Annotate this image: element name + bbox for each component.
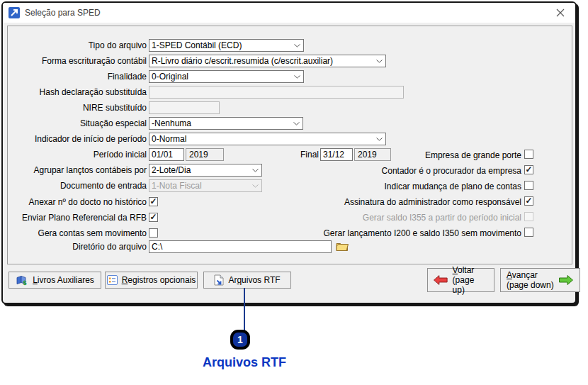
arrow-right-icon xyxy=(559,275,573,285)
arquivos-rtf-button[interactable]: Arquivos RTF xyxy=(203,272,291,289)
periodo-inicial-dia-input[interactable]: 01/01 xyxy=(149,148,184,161)
enviar-plano-label: Enviar Plano Referencial da RFB xyxy=(5,213,147,223)
chevron-down-icon xyxy=(376,138,383,141)
sped-dialog: Seleção para SPED Tipo do arquivo 1-SPED… xyxy=(1,1,577,304)
gerar-saldo-i355-label: Gerar saldo I355 a partir do período ini… xyxy=(307,213,521,223)
finalidade-value: 0-Original xyxy=(152,72,188,82)
dialog-titlebar: Seleção para SPED xyxy=(3,3,575,23)
periodo-inicial-ano-value: 2019 xyxy=(189,150,208,160)
avancar-label: Avançar (page down) xyxy=(507,270,554,290)
finalidade-select[interactable]: 0-Original xyxy=(149,70,304,83)
assinatura-administrador-label: Assinatura do administrador como respons… xyxy=(307,197,521,208)
gera-contas-label: Gera contas sem movimento xyxy=(5,228,147,239)
folder-icon xyxy=(336,241,349,252)
diretorio-value: C:\ xyxy=(152,242,162,252)
svg-text:$: $ xyxy=(23,279,27,286)
chevron-down-icon xyxy=(294,75,300,79)
anexar-docto-label: Anexar nº do docto no histórico xyxy=(5,197,147,208)
agrupar-lanctos-label: Agrupar lançtos contábeis por xyxy=(5,165,147,176)
indicar-mudanca-checkbox[interactable] xyxy=(524,181,533,190)
app-icon xyxy=(9,7,20,18)
hash-declaracao-label: Hash declaração substituída xyxy=(5,87,147,98)
contador-procurador-label: Contador é o procurador da empresa xyxy=(307,166,521,177)
situacao-especial-value: -Nenhuma xyxy=(152,118,191,128)
voltar-button[interactable]: Voltar (page up) xyxy=(427,268,494,292)
situacao-especial-label: Situação especial xyxy=(5,118,147,129)
nire-label: NIRE substituído xyxy=(5,103,147,113)
enviar-plano-checkbox[interactable]: ✓ xyxy=(149,213,158,222)
chevron-down-icon xyxy=(294,44,300,48)
gera-contas-checkbox[interactable] xyxy=(149,228,158,238)
situacao-especial-select[interactable]: -Nenhuma xyxy=(149,117,303,130)
diretorio-input[interactable]: C:\ xyxy=(149,240,332,253)
assinatura-administrador-checkbox[interactable]: ✓ xyxy=(524,196,533,206)
nire-input xyxy=(149,101,220,114)
indicador-inicio-select[interactable]: 0-Normal xyxy=(149,133,386,145)
close-icon xyxy=(556,9,565,17)
gerar-lancamento-i200-label: Gerar lançamento I200 e saldo I350 sem m… xyxy=(307,228,521,239)
chevron-down-icon xyxy=(252,184,259,188)
avancar-button[interactable]: Avançar (page down) xyxy=(500,268,580,292)
checkmark: ✓ xyxy=(149,213,157,221)
voltar-label: Voltar (page up) xyxy=(453,265,488,295)
dialog-title: Seleção para SPED xyxy=(25,8,101,18)
checkmark: ✓ xyxy=(149,198,157,205)
chevron-down-icon xyxy=(376,60,383,63)
periodo-inicial-ano-input[interactable]: 2019 xyxy=(186,148,224,161)
livros-auxiliares-button[interactable]: $ Livros Auxiliares xyxy=(9,272,101,289)
periodo-inicial-dia-value: 01/01 xyxy=(152,150,173,160)
checkmark: ✓ xyxy=(525,197,532,204)
documento-entrada-label: Documento de entrada xyxy=(5,181,147,191)
diretorio-label: Diretório do arquivo xyxy=(5,242,147,252)
close-button[interactable] xyxy=(553,6,568,20)
gerar-saldo-i355-checkbox xyxy=(524,212,533,221)
finalidade-label: Finalidade xyxy=(5,72,147,82)
callout-line xyxy=(244,288,245,332)
tipo-do-arquivo-label: Tipo do arquivo xyxy=(5,40,147,51)
forma-escrituracao-label: Forma escrituração contábil xyxy=(5,56,147,67)
annotation-step-number: 1 xyxy=(237,334,243,345)
document-icon xyxy=(214,274,224,286)
forma-escrituracao-select[interactable]: R-Livro diário c/escrit.resumida (c/escr… xyxy=(149,55,386,67)
list-icon xyxy=(107,275,118,285)
annotation-label: Arquivos RTF xyxy=(174,355,315,370)
agrupar-lanctos-select[interactable]: 2-Lote/Dia xyxy=(149,164,262,177)
anexar-docto-checkbox[interactable]: ✓ xyxy=(149,197,158,206)
empresa-grande-porte-label: Empresa de grande porte xyxy=(307,150,521,161)
chevron-down-icon xyxy=(252,169,259,172)
tipo-do-arquivo-value: 1-SPED Contábil (ECD) xyxy=(152,40,242,50)
checkmark: ✓ xyxy=(525,166,532,173)
agrupar-lanctos-value: 2-Lote/Dia xyxy=(152,165,191,175)
books-icon: $ xyxy=(16,275,28,286)
forma-escrituracao-value: R-Livro diário c/escrit.resumida (c/escr… xyxy=(152,56,333,66)
gerar-lancamento-i200-checkbox[interactable] xyxy=(524,228,533,237)
arrow-left-icon xyxy=(434,275,448,285)
empresa-grande-porte-checkbox[interactable] xyxy=(524,150,533,159)
documento-entrada-value: 1-Nota Fiscal xyxy=(152,181,202,191)
screenshot-canvas: Seleção para SPED Tipo do arquivo 1-SPED… xyxy=(0,0,588,385)
documento-entrada-select: 1-Nota Fiscal xyxy=(149,179,262,192)
annotation-step-badge: 1 xyxy=(230,330,250,350)
indicador-inicio-value: 0-Normal xyxy=(152,134,186,144)
indicar-mudanca-label: Indicar mudança de plano de contas xyxy=(307,182,521,192)
registros-opcionais-label: Registros opcionais xyxy=(122,275,196,285)
periodo-inicial-label: Período inicial xyxy=(5,150,147,160)
livros-auxiliares-label: Livros Auxiliares xyxy=(33,275,94,285)
contador-procurador-checkbox[interactable]: ✓ xyxy=(524,165,533,174)
registros-opcionais-button[interactable]: Registros opcionais xyxy=(105,272,198,289)
indicador-inicio-label: Indicador de início de período xyxy=(5,134,147,145)
tipo-do-arquivo-select[interactable]: 1-SPED Contábil (ECD) xyxy=(149,39,304,52)
chevron-down-icon xyxy=(293,122,300,125)
arquivos-rtf-label: Arquivos RTF xyxy=(228,275,280,285)
hash-declaracao-input xyxy=(149,86,404,99)
browse-folder-button[interactable] xyxy=(336,241,349,252)
